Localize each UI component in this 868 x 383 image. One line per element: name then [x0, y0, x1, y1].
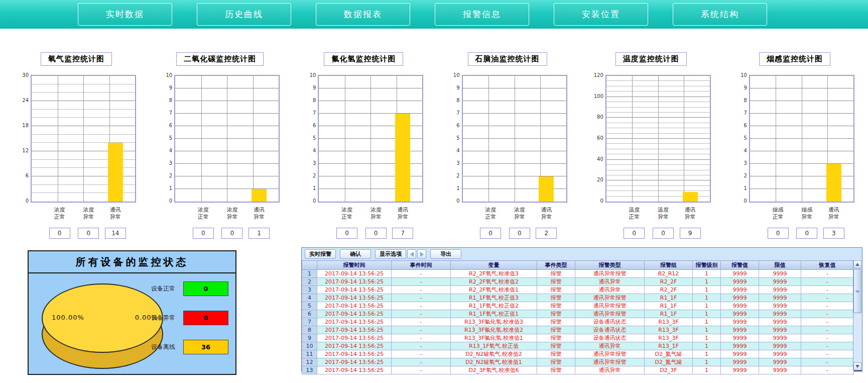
alarm-cell: R1_1F [645, 302, 693, 310]
chart-value-box: 2 [536, 228, 557, 239]
pie-slice-label-left: 100.00% [52, 314, 84, 321]
chart-value-box: 1 [249, 228, 270, 239]
y-axis: 012345678910 [304, 75, 318, 201]
chart-card-3: 氟化氢监控统计图012345678910浓度 正常浓度 异常通讯 异常007 [295, 52, 432, 239]
category-label: 浓度 异常 [83, 207, 94, 221]
device-status-legend: 设备正常0设备异常0设备离线36 [151, 281, 228, 369]
y-tick-label: 5 [744, 135, 747, 141]
alarm-cell: 通讯异常报警 [575, 302, 645, 310]
alarm-cell: 报警 [537, 326, 575, 334]
toolbar-button-导出[interactable]: 导出 [430, 249, 461, 259]
vertical-scrollbar[interactable]: = [853, 260, 862, 370]
y-tick-label: 3 [744, 160, 747, 166]
scroll-thumb[interactable]: = [853, 269, 861, 313]
alarm-cell: 报警 [537, 270, 575, 278]
alarm-row[interactable]: 22017-09-14 13:56:25-R2_2F氧气.校准值2报警通讯异常R… [302, 278, 854, 286]
y-tick-label: 0 [169, 198, 172, 204]
next-arrow [420, 252, 424, 257]
alarm-cell: 9999 [759, 366, 801, 374]
alarm-row[interactable]: 102017-09-14 13:56:25-R13_1F氧气.校正值报警通讯异常… [302, 342, 854, 350]
nav-button-3[interactable]: 数据报表 [316, 3, 410, 26]
alarm-row[interactable]: 122017-09-14 13:56:25-D2_N2罐氧气.校准值1报警通讯异… [302, 358, 854, 366]
chart-value-box: 0 [78, 228, 99, 239]
y-tick-label: 6 [26, 173, 29, 178]
gridline-vertical [684, 76, 684, 202]
alarm-cell: 设备通讯状态 [575, 326, 645, 334]
gridline-vertical [227, 76, 227, 202]
alarm-row[interactable]: 92017-09-14 13:56:25-R13_3F氟化氢.校准值1报警设备通… [302, 334, 854, 342]
alarm-cell: 9999 [721, 342, 759, 350]
row-number-cell: 10 [302, 342, 317, 350]
column-header-8: 报警值 [721, 261, 759, 270]
category-label: 浓度 异常 [370, 207, 382, 221]
y-tick-label: 4 [456, 148, 459, 153]
alarm-cell: 1 [693, 302, 721, 310]
scroll-down-icon[interactable] [853, 362, 861, 370]
alarm-cell: D2_氮气罐 [645, 350, 693, 358]
chart-value-box: 0 [768, 228, 789, 239]
alarm-cell: 报警 [537, 302, 575, 310]
chart-value-box: 0 [365, 228, 387, 239]
alarm-row[interactable]: 62017-09-14 13:56:25-R1_1F氧气.校正值1报警通讯异常报… [302, 310, 854, 318]
alarm-cell: 1 [693, 310, 721, 318]
alarm-cell: 报警 [537, 350, 575, 358]
alarm-row[interactable]: 82017-09-14 13:56:25-R13_3F氟化氢.校准值2报警设备通… [302, 326, 854, 334]
y-tick-label: 0 [26, 198, 29, 204]
alarm-cell: 报警 [537, 342, 575, 350]
row-number-cell: 2 [302, 278, 317, 286]
y-tick-label: 2 [169, 173, 172, 178]
alarm-row[interactable]: 72017-09-14 13:56:25-R13_3F氟化氢.校准值3报警设备通… [302, 318, 854, 326]
row-number-cell: 9 [302, 334, 317, 342]
gridline-vertical [632, 76, 633, 202]
toolbar-button-实时报警[interactable]: 实时报警 [305, 249, 336, 259]
alarm-row[interactable]: 42017-09-14 13:56:25-R1_1F氧气.校正值3报警通讯异常报… [302, 294, 854, 302]
y-tick-label: 12 [22, 148, 29, 153]
nav-button-6[interactable]: 系统结构 [673, 3, 767, 26]
y-tick-label: 0 [600, 198, 603, 204]
alarm-row[interactable]: 52017-09-14 13:56:25-R1_1F氧气.校正值2报警通讯异常报… [302, 302, 854, 310]
alarm-row[interactable]: 112017-09-14 13:56:25-D2_N2罐氧气.校准值2报警通讯异… [302, 350, 854, 358]
y-tick-label: 5 [456, 135, 459, 141]
category-label: 通讯 异常 [541, 207, 552, 221]
y-tick-label: 7 [313, 110, 316, 116]
chart-plot [749, 75, 854, 203]
y-tick-label: 5 [313, 135, 316, 141]
alarm-cell: - [392, 318, 451, 326]
alarm-row[interactable]: 12017-09-14 13:56:25-R2_2F氧气.校准值3报警通讯异常报… [302, 270, 854, 278]
alarm-cell: 报警 [537, 278, 575, 286]
alarm-cell: R2_2F氧气.校准值3 [451, 270, 537, 278]
alarm-cell: 2017-09-14 13:56:25 [317, 302, 392, 310]
nav-button-2[interactable]: 历史曲线 [197, 3, 291, 26]
alarm-cell: - [392, 366, 451, 374]
next-arrow[interactable] [417, 249, 426, 259]
toolbar-button-确认[interactable]: 确认 [340, 249, 371, 259]
y-tick-label: 20 [597, 177, 603, 182]
scroll-up-icon[interactable] [853, 260, 861, 268]
y-tick-label: 120 [594, 72, 603, 78]
nav-button-5[interactable]: 安装位置 [554, 3, 648, 26]
alarm-cell: 2017-09-14 13:56:25 [317, 310, 392, 318]
y-tick-label: 4 [313, 148, 316, 153]
alarm-cell: 9999 [721, 302, 759, 310]
alarm-cell: 2017-09-14 13:56:25 [317, 326, 392, 334]
column-header-10: 恢复值 [801, 261, 854, 270]
nav-button-4[interactable]: 报警信息 [435, 3, 529, 26]
alarm-cell: 1 [693, 334, 721, 342]
nav-button-1[interactable]: 实时数据 [78, 3, 172, 26]
y-tick-label: 30 [22, 72, 29, 78]
alarm-cell: 通讯异常 [575, 286, 645, 294]
alarm-cell: R13_1F [645, 342, 693, 350]
prev-arrow[interactable] [407, 249, 416, 259]
gridline-vertical [201, 76, 202, 202]
alarm-cell: D2_N2罐氧气.校准值1 [451, 358, 537, 366]
alarm-row[interactable]: 32017-09-14 13:56:25-R2_2F氧气.校准值1报警通讯异常R… [302, 286, 854, 294]
alarm-cell: - [801, 270, 854, 278]
prev-arrow [410, 252, 414, 257]
alarm-row[interactable]: 132017-09-14 13:56:25-D2_3F氧气.校准值6报警通讯异常… [302, 366, 854, 374]
toolbar-button-显示选项[interactable]: 显示选项 [375, 249, 406, 259]
chart-card-5: 温度监控统计图020406080100120温度 正常温度 异常通讯 异常009 [583, 52, 719, 239]
y-tick-label: 10 [166, 72, 172, 78]
alarm-cell: - [392, 342, 451, 350]
alarm-cell: - [392, 350, 451, 358]
row-number-cell: 8 [302, 326, 317, 334]
